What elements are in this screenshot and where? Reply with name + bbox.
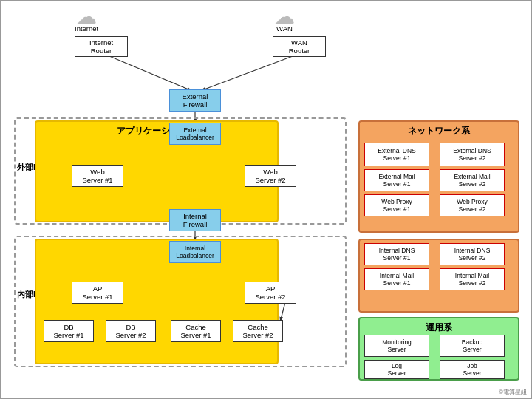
ext-mail2-label: External Mail Server #2 [454,173,490,188]
internal-lb-box: Internal Loadbalancer [169,241,221,263]
web-proxy2-label: Web Proxy Server #2 [457,198,487,213]
svg-line-3 [200,54,299,91]
monitoring-server-label: Monitoring Server [382,338,412,353]
job-server-box: Job Server [440,360,505,379]
external-firewall-box: External Firewall [169,89,221,112]
monitoring-server-box: Monitoring Server [364,335,429,357]
int-mail2-box: Internal Mail Server #2 [440,268,505,290]
db-server1-label: DB Server #1 [53,323,83,340]
internet-router-box: Internet Router [75,36,128,57]
web-proxy1-label: Web Proxy Server #1 [381,198,412,213]
copyright-label: ©電算星組 [499,388,527,396]
web-server2-label: Web Server #2 [255,168,285,185]
ap-server2-box: AP Server #2 [245,282,296,304]
int-mail1-label: Internal Mail Server #1 [380,272,414,287]
internet-router-label: Internet Router [89,38,113,55]
int-mail2-label: Internal Mail Server #2 [455,272,489,287]
internal-firewall-box: Internal Firewall [169,209,221,231]
int-mail1-box: Internal Mail Server #1 [364,268,429,290]
wan-router-box: WAN Router [273,36,326,57]
backup-server-label: Backup Server [462,338,482,353]
log-server-label: Log Server [387,362,406,377]
ap-server2-label: AP Server #2 [255,284,285,301]
web-proxy2-box: Web Proxy Server #2 [440,194,505,216]
db-server2-box: DB Server #2 [106,320,156,342]
cache-server2-box: Cache Server #2 [233,320,283,342]
ap-server1-box: AP Server #1 [72,282,123,304]
svg-line-2 [104,54,192,91]
log-server-box: Log Server [364,360,429,379]
job-server-label: Job Server [463,362,481,377]
int-dns2-box: Internal DNS Server #2 [440,243,505,265]
cache-server2-label: Cache Server #2 [242,323,273,340]
wan-router-label: WAN Router [289,38,310,55]
ext-dns2-label: External DNS Server #2 [453,147,491,162]
int-dns1-label: Internal DNS Server #1 [379,247,415,262]
web-server2-box: Web Server #2 [245,165,296,187]
cache-server1-box: Cache Server #1 [171,320,221,342]
wan-cloud: ☁ WAN [274,7,295,33]
db-server1-box: DB Server #1 [44,320,94,342]
ap-server1-label: AP Server #1 [82,284,112,301]
ext-dns1-label: External DNS Server #1 [378,147,416,162]
web-server1-label: Web Server #1 [82,168,112,185]
internet-cloud: ☁ Internet [75,7,98,33]
external-firewall-label: External Firewall [183,92,208,109]
db-server2-label: DB Server #2 [115,323,146,340]
wan-label: WAN [276,24,293,33]
web-proxy1-box: Web Proxy Server #1 [364,194,429,216]
ext-dns1-box: External DNS Server #1 [364,143,429,166]
net-system-title: ネットワーク系 [360,125,518,137]
ext-mail2-box: External Mail Server #2 [440,169,505,191]
ext-dns2-box: External DNS Server #2 [440,143,505,166]
external-lb-box: External Loadbalancer [169,123,221,145]
app-system-title: アプリケーション系 [36,125,277,137]
ops-system-title: 運用系 [360,321,518,334]
cache-server1-label: Cache Server #1 [180,323,211,340]
internet-label: Internet [75,24,98,33]
internal-lb-label: Internal Loadbalancer [176,245,214,259]
int-dns1-box: Internal DNS Server #1 [364,243,429,265]
ext-mail1-label: External Mail Server #1 [378,173,415,188]
backup-server-box: Backup Server [440,335,505,357]
internal-firewall-label: Internal Firewall [183,212,208,229]
external-lb-label: External Loadbalancer [176,126,214,141]
web-server1-box: Web Server #1 [72,165,123,187]
int-dns2-label: Internal DNS Server #2 [454,247,491,262]
ext-mail1-box: External Mail Server #1 [364,169,429,191]
